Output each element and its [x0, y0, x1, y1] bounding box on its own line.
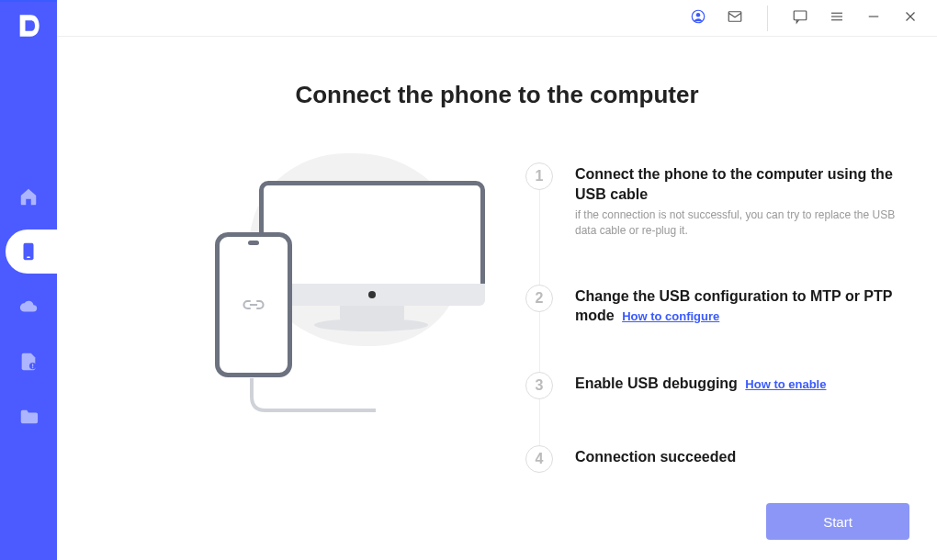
step-subtitle: if the connection is not successful, you… — [575, 207, 909, 239]
menu-icon[interactable] — [829, 8, 845, 28]
titlebar — [57, 0, 937, 37]
connection-illustration — [103, 162, 507, 420]
feedback-icon[interactable] — [792, 8, 808, 28]
start-button[interactable]: Start — [766, 503, 909, 540]
sidebar-home[interactable] — [0, 169, 57, 224]
sidebar-cloud[interactable] — [0, 279, 57, 334]
svg-rect-1 — [27, 257, 30, 258]
step-title: Connect the phone to the computer using … — [575, 164, 909, 204]
svg-rect-3 — [32, 364, 33, 366]
step-title: Connection succeeded — [575, 447, 736, 467]
mail-icon[interactable] — [727, 8, 743, 28]
page-title: Connect the phone to the computer — [57, 81, 937, 109]
profile-icon[interactable] — [690, 8, 706, 28]
step-3: 3 Enable USB debugging How to enable — [525, 372, 909, 445]
sidebar-folder[interactable] — [0, 389, 57, 444]
step-number: 4 — [525, 445, 553, 473]
main-area: Connect the phone to the computer — [57, 0, 937, 560]
step-4: 4 Connection succeeded — [525, 445, 909, 473]
steps-list: 1 Connect the phone to the computer usin… — [507, 162, 909, 473]
step-number: 1 — [525, 162, 553, 190]
sidebar — [0, 0, 57, 560]
app-logo — [14, 11, 43, 40]
svg-rect-8 — [794, 11, 807, 20]
titlebar-divider — [767, 6, 768, 31]
sidebar-file-alert[interactable] — [0, 334, 57, 389]
enable-link[interactable]: How to enable — [745, 377, 826, 391]
content-area: 1 Connect the phone to the computer usin… — [57, 162, 937, 473]
step-title: Change the USB configuration to MTP or P… — [575, 286, 909, 326]
step-title: Enable USB debugging How to enable — [575, 374, 826, 394]
minimize-icon[interactable] — [865, 8, 882, 28]
svg-point-6 — [696, 12, 701, 17]
step-number: 3 — [525, 372, 553, 399]
sidebar-phone[interactable] — [0, 224, 57, 279]
svg-rect-4 — [32, 367, 33, 368]
step-2: 2 Change the USB configuration to MTP or… — [525, 285, 909, 372]
close-icon[interactable] — [902, 8, 919, 28]
configure-link[interactable]: How to configure — [622, 309, 719, 323]
step-number: 2 — [525, 285, 553, 312]
svg-rect-7 — [728, 11, 741, 21]
step-1: 1 Connect the phone to the computer usin… — [525, 162, 909, 285]
